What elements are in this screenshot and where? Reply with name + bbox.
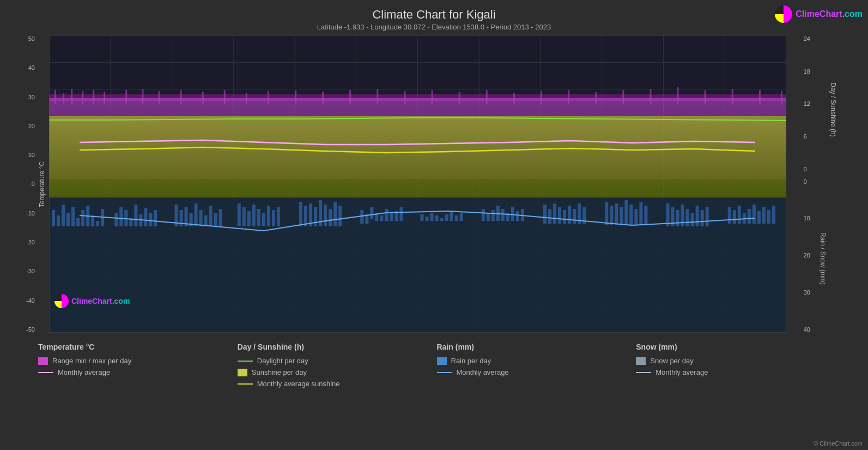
legend-snow-title: Snow (mm): [636, 343, 835, 351]
svg-rect-149: [202, 92, 204, 104]
svg-rect-111: [620, 207, 623, 225]
svg-rect-97: [516, 211, 519, 221]
logo-text-bottom: ClimeChart.com: [71, 297, 130, 305]
title-area: Climate Chart for Kigali Latitude -1.933…: [0, 0, 868, 31]
legend-label-sunshine-avg: Monthly average sunshine: [257, 380, 340, 388]
svg-rect-35: [114, 213, 118, 226]
svg-rect-135: [772, 206, 775, 224]
svg-rect-42: [149, 213, 152, 226]
svg-rect-100: [548, 209, 551, 224]
svg-rect-130: [748, 209, 751, 224]
svg-rect-84: [435, 215, 439, 221]
logo-top-right: ClimeChart.com: [775, 5, 863, 23]
svg-rect-142: [82, 91, 83, 104]
svg-rect-116: [644, 206, 647, 225]
svg-rect-165: [622, 90, 624, 104]
y-axis-right-top-ticks: 24 18 12 6 0: [804, 35, 810, 172]
svg-rect-151: [246, 93, 247, 104]
legend-label-rain-per-day: Rain per day: [451, 357, 491, 365]
svg-rect-86: [445, 214, 448, 221]
legend-sunshine-title: Day / Sunshine (h): [238, 343, 437, 351]
svg-rect-105: [573, 209, 576, 224]
y-axis-left-title: Temperature °C: [38, 161, 46, 207]
svg-rect-69: [329, 209, 332, 226]
page-wrapper: Climate Chart for Kigali Latitude -1.933…: [0, 0, 868, 450]
logo-bottom-left: ClimeChart.com: [54, 294, 130, 308]
legend-line-sunshine-avg: [238, 383, 253, 385]
svg-rect-60: [267, 206, 270, 226]
svg-rect-81: [421, 214, 424, 221]
svg-rect-134: [767, 210, 770, 224]
legend-line-temp-avg: [38, 372, 53, 373]
svg-rect-145: [125, 90, 127, 104]
svg-rect-51: [209, 206, 213, 226]
legend-swatch-temp-range: [38, 357, 48, 365]
legend-line-daylight: [238, 361, 253, 362]
logo-icon-top: [775, 5, 792, 23]
svg-rect-74: [370, 207, 373, 219]
svg-rect-139: [54, 90, 56, 104]
y-axis-right-bottom-ticks: 0 10 20 30 40: [804, 178, 810, 333]
svg-rect-57: [252, 205, 256, 226]
svg-rect-63: [299, 202, 302, 226]
svg-rect-72: [360, 210, 363, 224]
svg-rect-167: [677, 87, 679, 104]
svg-rect-55: [242, 207, 246, 226]
svg-rect-24: [52, 210, 55, 226]
svg-rect-102: [558, 207, 561, 224]
svg-rect-71: [338, 206, 342, 226]
legend-rain: Rain (mm) Rain per day Monthly average: [437, 343, 636, 388]
svg-rect-143: [93, 90, 94, 104]
svg-rect-52: [214, 213, 217, 226]
svg-rect-109: [610, 206, 613, 225]
svg-rect-122: [691, 213, 694, 226]
svg-rect-92: [491, 210, 495, 221]
svg-rect-156: [377, 89, 378, 104]
legend-item-rain-avg: Monthly average: [437, 368, 636, 376]
legend-label-daylight: Daylight per day: [257, 357, 308, 365]
svg-rect-58: [257, 209, 260, 226]
legend-item-rain-per-day: Rain per day: [437, 357, 636, 365]
svg-rect-49: [199, 210, 203, 226]
chart-outer: Temperature °C Day / Sunshine (h) Rain /…: [49, 35, 786, 333]
legend-item-temp-range: Range min / max per day: [38, 357, 238, 365]
svg-rect-33: [96, 221, 99, 226]
svg-rect-133: [762, 207, 766, 224]
svg-rect-121: [686, 209, 689, 226]
svg-rect-91: [487, 213, 490, 221]
svg-rect-123: [696, 206, 699, 226]
svg-rect-159: [459, 92, 460, 104]
svg-rect-82: [426, 217, 429, 221]
svg-rect-147: [158, 91, 160, 104]
legend-item-snow-avg: Monthly average: [636, 368, 835, 376]
svg-rect-129: [743, 213, 746, 224]
svg-rect-27: [66, 213, 70, 226]
legend-label-temp-range: Range min / max per day: [52, 357, 131, 365]
svg-rect-108: [605, 202, 608, 225]
svg-rect-162: [541, 91, 542, 104]
svg-rect-104: [568, 206, 571, 224]
svg-rect-148: [180, 90, 182, 104]
legend-item-temp-avg: Monthly average: [38, 368, 238, 376]
svg-rect-128: [738, 206, 741, 224]
logo-text-top: ClimeChart.com: [796, 9, 863, 19]
svg-rect-150: [224, 90, 226, 104]
legend-item-snow-per-day: Snow per day: [636, 357, 835, 365]
legend-sunshine: Day / Sunshine (h) Daylight per day Suns…: [238, 343, 437, 388]
svg-rect-83: [430, 213, 434, 221]
copyright: © ClimeChart.com: [814, 440, 863, 447]
svg-rect-23: [49, 197, 786, 333]
svg-rect-88: [455, 215, 458, 221]
svg-rect-50: [204, 215, 208, 226]
svg-rect-94: [501, 209, 505, 221]
svg-rect-48: [195, 203, 198, 226]
legend-label-sunshine-swatch: Sunshine per day: [252, 368, 307, 376]
svg-rect-41: [144, 208, 147, 226]
legend-line-snow-avg: [636, 372, 651, 373]
svg-rect-152: [268, 91, 269, 104]
legend-snow: Snow (mm) Snow per day Monthly average: [636, 343, 835, 388]
svg-rect-28: [71, 207, 75, 226]
svg-rect-110: [615, 203, 618, 225]
svg-rect-146: [142, 89, 143, 104]
svg-rect-61: [272, 210, 275, 226]
